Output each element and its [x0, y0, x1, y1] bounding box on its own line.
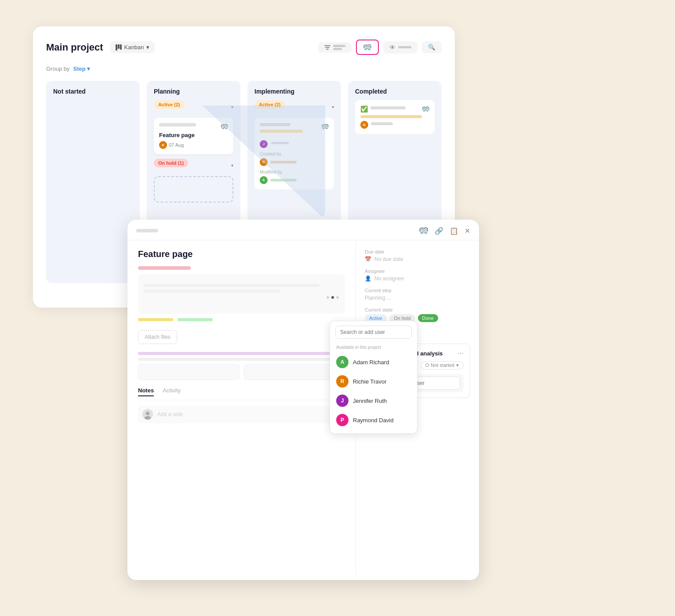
- dot-1: [327, 296, 329, 299]
- current-state-field: Current state Active On hold Done: [365, 307, 470, 322]
- activity-tab[interactable]: Activity: [163, 387, 181, 396]
- active-badge[interactable]: Active (2): [154, 100, 185, 109]
- filter-icon: [324, 45, 330, 50]
- notes-tabs: Notes Activity: [138, 387, 345, 400]
- modified-by-row: A: [260, 176, 329, 184]
- task-avatar: R: [159, 141, 167, 149]
- user-name-raymond: Raymond David: [353, 417, 394, 424]
- watch-icon: 🥽: [221, 123, 228, 130]
- search-icon: 🔍: [428, 44, 435, 51]
- user-avatar-raymond: P: [336, 414, 348, 426]
- svg-rect-4: [325, 47, 330, 48]
- search-button[interactable]: 🔍: [422, 41, 442, 53]
- text-line-c: [138, 358, 345, 361]
- group-by-step[interactable]: Step ▾: [73, 65, 90, 72]
- comp-line-1: [370, 106, 406, 109]
- not-started-circle: [425, 363, 429, 367]
- notes-tab[interactable]: Notes: [138, 387, 154, 396]
- watch-toggle-button[interactable]: 🥽: [356, 40, 379, 55]
- column-title-completed: Completed: [355, 88, 435, 95]
- state-done-badge[interactable]: Done: [418, 314, 438, 322]
- text-lines-2: [138, 352, 345, 361]
- dots-row: [144, 296, 339, 299]
- comp-watch-icon: 🥽: [422, 105, 429, 112]
- svg-rect-2: [120, 44, 122, 50]
- chevron-down-small: ▾: [456, 362, 459, 368]
- modal-close-button[interactable]: ✕: [465, 227, 470, 235]
- detail-modal: 🥽 🔗 📋 ✕ Feature page: [127, 220, 479, 580]
- binoculars-icon: 🥽: [363, 43, 372, 51]
- user-name-jennifer: Jennifer Ruth: [353, 398, 387, 404]
- task-placeholder-line: [159, 123, 196, 127]
- created-by-label: Created by: [260, 152, 329, 156]
- modal-title: Feature page: [138, 249, 345, 259]
- impl-line-1: [260, 123, 290, 126]
- attach-file-button[interactable]: Attach files: [138, 330, 177, 344]
- add-card-planning[interactable]: [154, 176, 233, 203]
- user-item-adam[interactable]: A Adam Richard: [330, 352, 417, 372]
- not-started-badge[interactable]: Not started ▾: [421, 361, 464, 370]
- add-note-row[interactable]: Add a note: [138, 406, 345, 423]
- user-item-jennifer[interactable]: J Jennifer Ruth: [330, 391, 417, 410]
- content-line-1: [138, 266, 191, 270]
- text-lines-1: [144, 284, 339, 293]
- task-card-header: 🥽: [159, 123, 228, 130]
- column-not-started: Not started: [46, 81, 140, 283]
- subtask-dots-button[interactable]: ···: [458, 349, 464, 357]
- due-date-value: 📅 No due date: [365, 256, 470, 262]
- user-search-input-wrapper: [330, 321, 417, 343]
- onhold-badge[interactable]: On hold (1): [154, 159, 188, 167]
- impl-watch-icon: 🥽: [321, 123, 329, 130]
- text-line-a: [144, 284, 319, 287]
- assignee-value: 👤 No assignee: [365, 275, 470, 282]
- placeholder-yellow: [138, 318, 173, 321]
- onhold-badge-row: On hold (1) ▾: [154, 159, 233, 172]
- user-avatar-jennifer: J: [336, 395, 348, 407]
- note-placeholder: Add a note: [157, 411, 183, 417]
- created-by-row: R: [260, 158, 329, 166]
- task-card-feature-page[interactable]: 🥽 Feature page R 07 Aug: [154, 118, 233, 154]
- comp-line-3: [371, 122, 393, 125]
- placeholder-green: [178, 318, 213, 321]
- completed-card: ✅ R 🥽: [355, 100, 435, 134]
- user-item-raymond[interactable]: P Raymond David: [330, 410, 417, 430]
- modal-left-panel: Feature page Attach files: [127, 240, 356, 576]
- modal-link-button[interactable]: 🔗: [435, 227, 443, 235]
- placeholder-rows-1: [138, 318, 345, 321]
- breadcrumb-line: [136, 229, 158, 232]
- current-state-label: Current state: [365, 307, 470, 312]
- active-badge-row: Active (2) ▾: [154, 100, 233, 113]
- toolbar-buttons: 🥽 👁 🔍: [318, 40, 442, 55]
- task-title: Feature page: [159, 132, 228, 138]
- task-date: R 07 Aug: [159, 141, 228, 149]
- kanban-header: Main project Kanban ▾: [46, 40, 442, 55]
- check-icon: ✅: [360, 105, 368, 112]
- view-options-button[interactable]: 👁: [383, 41, 417, 54]
- modal-body: Feature page Attach files: [127, 240, 479, 576]
- kanban-view-button[interactable]: Kanban ▾: [110, 41, 155, 53]
- modal-copy-button[interactable]: 📋: [450, 227, 458, 235]
- user-icon: 👤: [365, 275, 371, 282]
- modal-watch-button[interactable]: 🥽: [419, 226, 428, 236]
- creator-line: [270, 161, 297, 163]
- comp-avatar: R: [360, 121, 368, 129]
- svg-point-7: [146, 412, 149, 415]
- due-date-field: Due date 📅 No due date: [365, 249, 470, 262]
- filter-button[interactable]: [318, 42, 352, 53]
- user-item-richie[interactable]: R Richie Travor: [330, 372, 417, 391]
- text-line-purple: [138, 352, 345, 355]
- current-step-field: Current step Planning ...: [365, 288, 470, 301]
- impl-active-badge[interactable]: Active (2): [254, 100, 285, 109]
- modal-topbar-left: [136, 229, 158, 232]
- calendar-icon: 📅: [365, 256, 371, 262]
- user-name-richie: Richie Travor: [353, 378, 387, 385]
- column-title-not-started: Not started: [53, 88, 133, 95]
- impl-card-header: 🥽: [260, 123, 329, 136]
- modal-actions: 🥽 🔗 📋 ✕: [419, 226, 470, 236]
- current-step-label: Current step: [365, 288, 470, 293]
- creator-avatar: R: [260, 158, 268, 166]
- user-avatar-richie: R: [336, 375, 348, 388]
- note-avatar-icon: [142, 409, 153, 420]
- user-search-input[interactable]: [335, 326, 412, 339]
- svg-rect-5: [326, 49, 329, 50]
